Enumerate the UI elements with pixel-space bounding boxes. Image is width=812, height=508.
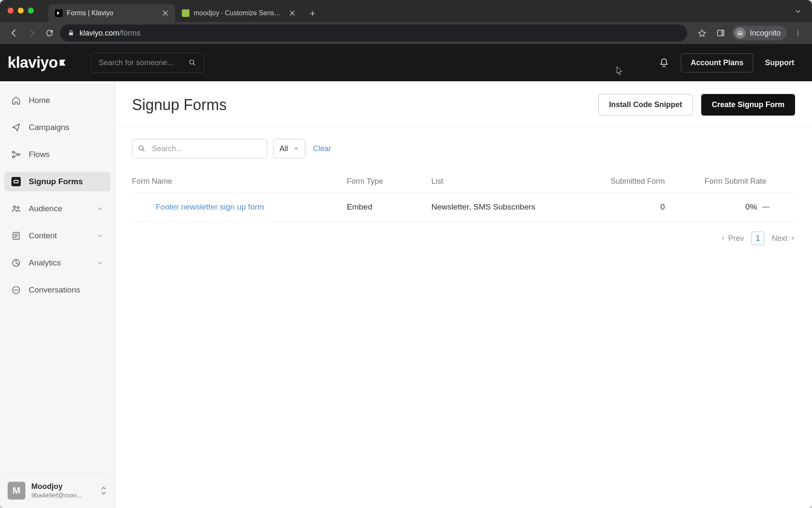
pager-prev-label: Prev: [728, 234, 744, 243]
form-icon: [11, 177, 21, 186]
svg-rect-2: [721, 30, 724, 36]
forms-search: [132, 139, 267, 158]
sidebar-item-audience[interactable]: Audience: [4, 199, 110, 218]
column-header-rate[interactable]: Form Submit Rate: [668, 177, 770, 186]
panel-icon[interactable]: [713, 26, 728, 40]
browser-tabs: Forms | Klaviyo moodjoy · Customize Sens…: [48, 0, 320, 22]
account-name: Moodjoy: [31, 482, 82, 491]
column-header-list[interactable]: List: [431, 177, 575, 186]
main-content: Signup Forms Install Code Snippet Create…: [115, 81, 812, 508]
home-icon: [11, 96, 21, 105]
chevron-updown-icon: [100, 486, 107, 495]
sidebar-item-label: Content: [29, 231, 57, 240]
pager-page-current[interactable]: 1: [752, 232, 764, 245]
svg-point-12: [14, 206, 16, 209]
url-text: klaviyo.com/forms: [80, 29, 140, 38]
install-code-button[interactable]: Install Code Snippet: [598, 94, 693, 116]
account-email: 9ba4e9ef@moo...: [31, 491, 82, 500]
fullscreen-window-icon[interactable]: [28, 8, 34, 14]
create-form-button[interactable]: Create Signup Form: [701, 94, 795, 116]
sidebar-item-label: Home: [29, 96, 50, 105]
svg-point-13: [17, 207, 19, 208]
lock-icon: [68, 30, 74, 36]
cell-rate: 0%: [746, 202, 757, 212]
table-row[interactable]: Footer newsletter sign up form Embed New…: [132, 193, 795, 221]
conversations-icon: [11, 285, 21, 295]
sidebar-item-content[interactable]: Content: [4, 226, 110, 246]
analytics-icon: [11, 258, 21, 268]
chevron-down-icon: [293, 146, 299, 152]
chevron-down-icon: [97, 260, 104, 266]
column-header-type[interactable]: Form Type: [347, 177, 431, 186]
url-host: klaviyo.com: [80, 29, 119, 37]
account-switcher[interactable]: M Moodjoy 9ba4e9ef@moo...: [4, 474, 110, 508]
app-header: klaviyo Account Plans Support: [0, 44, 812, 81]
type-filter-dropdown[interactable]: All: [273, 139, 305, 158]
browser-tab[interactable]: moodjoy · Customize Sense · S: [175, 4, 302, 22]
pager-next[interactable]: Next: [772, 234, 795, 243]
browser-tab-active[interactable]: Forms | Klaviyo: [48, 4, 175, 22]
pagination: Prev 1 Next: [115, 221, 812, 245]
browser-menu-icon[interactable]: [791, 26, 805, 40]
sidebar-item-signup-forms[interactable]: Signup Forms: [4, 172, 110, 191]
cell-list: Newsletter, SMS Subscribers: [431, 202, 575, 212]
sidebar-item-label: Signup Forms: [29, 177, 83, 186]
support-link[interactable]: Support: [765, 58, 794, 67]
sidebar-item-campaigns[interactable]: Campaigns: [4, 118, 110, 137]
svg-point-11: [18, 154, 19, 155]
close-window-icon[interactable]: [8, 8, 14, 14]
sidebar-item-home[interactable]: Home: [4, 91, 110, 110]
pager-prev[interactable]: Prev: [721, 234, 744, 243]
cell-type: Embed: [347, 202, 431, 212]
chevron-down-icon: [97, 232, 104, 239]
account-plans-button[interactable]: Account Plans: [681, 53, 753, 72]
back-button[interactable]: [7, 26, 21, 40]
flows-icon: [11, 150, 21, 159]
sidebar-item-label: Audience: [29, 204, 62, 213]
sidebar-item-analytics[interactable]: Analytics: [4, 253, 110, 273]
window-controls[interactable]: [8, 8, 34, 14]
forward-button[interactable]: [25, 26, 39, 40]
chevron-down-icon: [97, 205, 104, 212]
sidebar: Home Campaigns Flows: [0, 81, 115, 508]
sidebar-item-flows[interactable]: Flows: [4, 145, 110, 164]
content-icon: [11, 231, 21, 240]
sidebar-item-label: Analytics: [29, 258, 61, 268]
svg-point-9: [12, 151, 14, 153]
minimize-window-icon[interactable]: [18, 8, 24, 14]
klaviyo-favicon-icon: [55, 9, 63, 17]
incognito-badge[interactable]: Incognito: [732, 26, 787, 40]
svg-point-4: [741, 33, 743, 35]
forms-search-input[interactable]: [132, 139, 267, 158]
close-tab-icon[interactable]: [162, 9, 169, 17]
svg-point-10: [12, 156, 14, 157]
tab-overflow-icon[interactable]: [794, 8, 802, 15]
shopify-favicon-icon: [182, 9, 189, 17]
address-bar[interactable]: klaviyo.com/forms: [60, 25, 687, 41]
type-filter-label: All: [280, 144, 288, 153]
sidebar-item-conversations[interactable]: Conversations: [4, 280, 110, 300]
klaviyo-logo[interactable]: klaviyo: [8, 54, 67, 72]
svg-point-7: [798, 35, 799, 36]
incognito-label: Incognito: [750, 29, 781, 38]
new-tab-button[interactable]: ＋: [305, 6, 320, 20]
url-path: /forms: [119, 29, 140, 37]
send-icon: [11, 123, 21, 132]
bookmark-icon[interactable]: [695, 26, 709, 40]
form-name-link[interactable]: Footer newsletter sign up form: [156, 202, 264, 211]
svg-point-5: [798, 30, 799, 31]
cell-submitted: 0: [575, 202, 668, 212]
search-button[interactable]: [185, 52, 200, 73]
reload-button[interactable]: [42, 26, 57, 40]
column-header-submitted[interactable]: Submitted Form: [575, 177, 668, 186]
notifications-icon[interactable]: [659, 58, 669, 68]
logo-flag-icon: [60, 60, 67, 66]
audience-icon: [11, 204, 21, 213]
sidebar-item-label: Flows: [29, 150, 50, 159]
column-header-name[interactable]: Form Name: [132, 177, 347, 186]
logo-text: klaviyo: [8, 54, 58, 72]
close-tab-icon[interactable]: [288, 9, 296, 17]
trend-flat-icon: [762, 207, 770, 208]
incognito-icon: [735, 28, 746, 39]
clear-filters-link[interactable]: Clear: [313, 144, 331, 153]
